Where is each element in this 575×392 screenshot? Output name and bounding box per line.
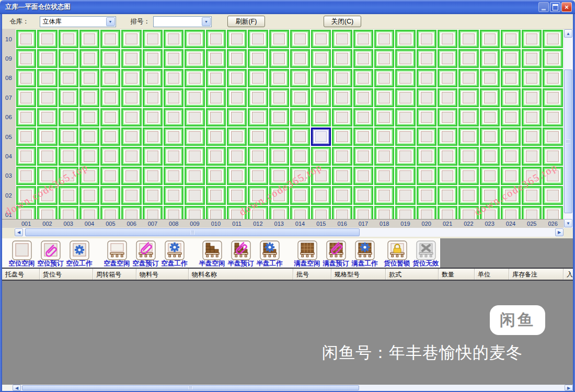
warehouse-cell[interactable] — [500, 205, 521, 219]
warehouse-cell[interactable] — [331, 186, 352, 205]
warehouse-cell[interactable] — [416, 68, 437, 88]
warehouse-cell[interactable] — [458, 68, 479, 88]
warehouse-cell[interactable] — [542, 29, 563, 49]
warehouse-cell[interactable] — [416, 186, 437, 205]
warehouse-cell[interactable] — [310, 88, 331, 107]
warehouse-cell[interactable] — [58, 127, 79, 146]
table-column-header[interactable]: 款式 — [386, 269, 439, 280]
warehouse-cell[interactable] — [437, 166, 458, 186]
warehouse-cell[interactable] — [79, 29, 100, 49]
warehouse-cell[interactable] — [353, 146, 374, 166]
warehouse-cell[interactable] — [310, 29, 331, 49]
warehouse-cell[interactable] — [458, 186, 479, 205]
warehouse-cell[interactable] — [142, 29, 163, 49]
warehouse-cell[interactable] — [269, 127, 290, 146]
warehouse-cell[interactable] — [79, 88, 100, 107]
warehouse-cell[interactable] — [142, 68, 163, 88]
warehouse-cell[interactable] — [100, 88, 121, 107]
warehouse-cell[interactable] — [374, 186, 395, 205]
warehouse-cell[interactable] — [290, 29, 310, 49]
warehouse-cell[interactable] — [395, 29, 416, 49]
warehouse-cell[interactable] — [500, 29, 521, 49]
warehouse-cell[interactable] — [331, 108, 352, 127]
table-column-header[interactable]: 规格型号 — [331, 269, 386, 280]
warehouse-cell[interactable] — [121, 205, 142, 219]
grid-horizontal-scrollbar[interactable]: ◀ ▶ — [15, 228, 564, 237]
warehouse-cell[interactable] — [37, 29, 58, 49]
warehouse-cell[interactable] — [79, 108, 100, 127]
warehouse-cell[interactable] — [16, 146, 37, 166]
warehouse-cell[interactable] — [521, 108, 542, 127]
scroll-right-arrow[interactable]: ▶ — [565, 385, 573, 391]
warehouse-cell[interactable] — [521, 127, 542, 146]
warehouse-cell[interactable] — [458, 127, 479, 146]
scroll-up-arrow[interactable]: ▲ — [564, 29, 572, 38]
scroll-left-arrow[interactable]: ◀ — [15, 228, 23, 236]
warehouse-cell[interactable] — [353, 127, 374, 146]
warehouse-cell[interactable] — [269, 49, 290, 68]
warehouse-cell[interactable] — [374, 29, 395, 49]
warehouse-cell[interactable] — [331, 166, 352, 186]
warehouse-cell[interactable] — [205, 186, 226, 205]
warehouse-cell[interactable] — [500, 108, 521, 127]
warehouse-cell[interactable] — [184, 49, 205, 68]
warehouse-cell[interactable] — [290, 127, 310, 146]
scroll-left-arrow[interactable]: ◀ — [13, 385, 21, 391]
warehouse-cell[interactable] — [79, 127, 100, 146]
warehouse-cell[interactable] — [58, 205, 79, 219]
warehouse-cell[interactable] — [479, 166, 500, 186]
warehouse-cell[interactable] — [16, 166, 37, 186]
warehouse-cell[interactable] — [395, 68, 416, 88]
warehouse-cell[interactable] — [100, 29, 121, 49]
warehouse-cell[interactable] — [290, 49, 310, 68]
warehouse-cell[interactable] — [16, 108, 37, 127]
warehouse-cell[interactable] — [437, 146, 458, 166]
warehouse-cell[interactable] — [542, 127, 563, 146]
scroll-right-arrow[interactable]: ▶ — [555, 228, 564, 236]
warehouse-cell[interactable] — [100, 49, 121, 68]
warehouse-cell[interactable] — [353, 186, 374, 205]
warehouse-cell[interactable] — [205, 68, 226, 88]
table-scroll-thumb[interactable] — [22, 385, 359, 390]
warehouse-cell[interactable] — [121, 49, 142, 68]
warehouse-cell[interactable] — [205, 49, 226, 68]
warehouse-cell[interactable] — [416, 146, 437, 166]
warehouse-cell[interactable] — [163, 29, 184, 49]
warehouse-cell[interactable] — [269, 146, 290, 166]
warehouse-cell[interactable] — [395, 146, 416, 166]
warehouse-cell[interactable] — [416, 88, 437, 107]
warehouse-cell[interactable] — [247, 166, 268, 186]
warehouse-cell[interactable] — [79, 68, 100, 88]
warehouse-cell[interactable] — [163, 49, 184, 68]
table-column-header[interactable]: 托盘号 — [2, 269, 40, 280]
warehouse-cell[interactable] — [121, 29, 142, 49]
warehouse-cell[interactable] — [374, 146, 395, 166]
warehouse-cell[interactable] — [16, 68, 37, 88]
warehouse-cell[interactable] — [269, 88, 290, 107]
vertical-scroll-thumb[interactable] — [564, 70, 572, 213]
warehouse-cell[interactable] — [58, 88, 79, 107]
warehouse-cell[interactable] — [163, 108, 184, 127]
warehouse-cell[interactable] — [247, 146, 268, 166]
warehouse-cell[interactable] — [374, 88, 395, 107]
warehouse-cell[interactable] — [331, 49, 352, 68]
warehouse-cell[interactable] — [353, 205, 374, 219]
warehouse-cell[interactable] — [226, 186, 247, 205]
warehouse-cell[interactable] — [163, 186, 184, 205]
warehouse-cell[interactable] — [290, 146, 310, 166]
warehouse-cell[interactable] — [269, 108, 290, 127]
warehouse-cell[interactable] — [437, 108, 458, 127]
warehouse-cell[interactable] — [121, 108, 142, 127]
warehouse-cell[interactable] — [458, 88, 479, 107]
warehouse-cell[interactable] — [290, 108, 310, 127]
warehouse-cell[interactable] — [247, 88, 268, 107]
warehouse-cell[interactable] — [163, 68, 184, 88]
warehouse-cell[interactable] — [416, 127, 437, 146]
warehouse-cell[interactable] — [458, 29, 479, 49]
warehouse-cell[interactable] — [395, 108, 416, 127]
horizontal-scroll-thumb[interactable] — [25, 228, 360, 236]
warehouse-cell[interactable] — [205, 88, 226, 107]
warehouse-cell[interactable] — [79, 205, 100, 219]
warehouse-cell[interactable] — [353, 108, 374, 127]
warehouse-cell[interactable] — [458, 49, 479, 68]
